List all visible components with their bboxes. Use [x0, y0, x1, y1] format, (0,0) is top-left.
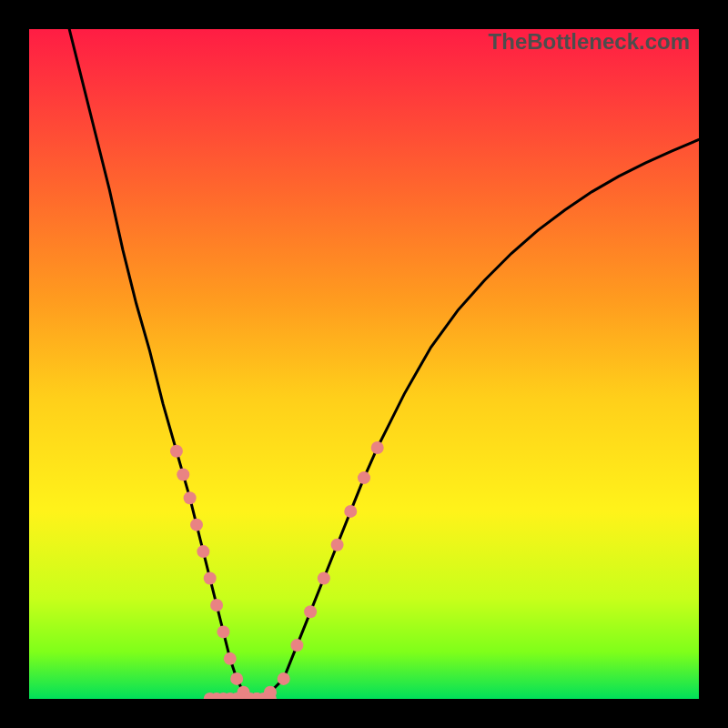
marker-dot — [204, 572, 217, 585]
marker-dot — [197, 545, 209, 558]
marker-dot — [217, 625, 229, 638]
chart-svg — [29, 29, 699, 699]
marker-dot — [290, 639, 303, 652]
marker-dot — [304, 605, 317, 618]
marker-dot — [210, 599, 223, 612]
chart-frame: TheBottleneck.com — [0, 0, 728, 728]
marker-dot — [344, 505, 357, 518]
marker-dot — [170, 445, 183, 458]
gradient-background — [29, 29, 699, 699]
marker-dot — [358, 471, 370, 484]
plot-area: TheBottleneck.com — [29, 29, 699, 699]
marker-dot — [230, 672, 243, 685]
marker-dot — [190, 519, 203, 531]
marker-dot — [177, 468, 189, 480]
marker-dot — [371, 441, 384, 454]
marker-dot — [278, 672, 290, 685]
marker-dot — [331, 539, 344, 551]
marker-dot — [318, 572, 330, 585]
marker-dot — [184, 491, 197, 504]
marker-dot — [224, 652, 237, 665]
